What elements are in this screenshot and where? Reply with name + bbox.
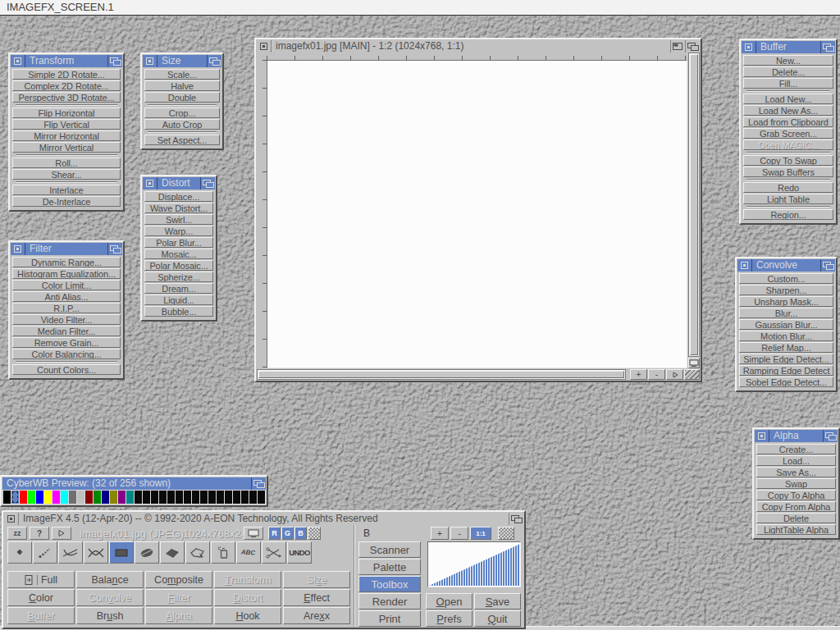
full-button[interactable]: Full bbox=[7, 571, 75, 588]
palette-button[interactable]: Grab Screen... bbox=[743, 128, 833, 139]
palette-button[interactable]: Fill... bbox=[743, 78, 833, 89]
size-button[interactable]: Size bbox=[283, 571, 350, 588]
palette-button[interactable]: Custom... bbox=[739, 273, 833, 284]
arexx-button[interactable]: Arexx bbox=[283, 607, 350, 624]
screen-mode-button[interactable] bbox=[244, 527, 263, 540]
color-swatch[interactable] bbox=[102, 491, 109, 504]
palette-button[interactable]: Sharpen... bbox=[739, 285, 833, 295]
palette-button[interactable]: Delete... bbox=[743, 66, 833, 77]
buffer-button[interactable]: Buffer bbox=[7, 607, 75, 624]
color-swatch[interactable] bbox=[3, 491, 11, 504]
balance-button[interactable]: Balance bbox=[76, 571, 144, 588]
palette-button[interactable]: Simple 2D Rotate... bbox=[12, 69, 121, 80]
palette-button[interactable]: Scale... bbox=[144, 69, 220, 80]
palette-button[interactable]: Simple Edge Detect... bbox=[739, 354, 833, 364]
depth-gadget[interactable] bbox=[509, 513, 523, 525]
palette-button[interactable]: Crop... bbox=[144, 107, 220, 118]
depth-gadget[interactable] bbox=[820, 259, 835, 272]
palette-button[interactable]: Motion Blur... bbox=[739, 331, 833, 341]
palette-button[interactable]: Auto Crop bbox=[144, 119, 220, 130]
color-swatch[interactable] bbox=[184, 491, 191, 504]
close-gadget[interactable] bbox=[143, 177, 158, 189]
color-swatch[interactable] bbox=[217, 491, 224, 504]
palette-button[interactable]: Copy To Alpha bbox=[756, 490, 836, 500]
palette-button[interactable]: Flip Horizontal bbox=[12, 107, 121, 118]
blue-channel-button[interactable]: B bbox=[294, 527, 307, 540]
palette-button[interactable]: LightTable Alpha bbox=[756, 524, 836, 535]
depth-gadget[interactable] bbox=[200, 177, 215, 189]
palette-button[interactable]: Roll... bbox=[12, 158, 121, 168]
palette-button[interactable]: Region... bbox=[743, 209, 833, 220]
hook-button[interactable]: Hook bbox=[214, 607, 281, 624]
freehand-tool-button[interactable] bbox=[185, 541, 210, 564]
palette-button[interactable]: Wave Distort... bbox=[144, 203, 213, 213]
palette-button[interactable]: Bubble... bbox=[144, 306, 213, 317]
palette-button[interactable]: Histogram Equalization... bbox=[12, 268, 121, 279]
color-swatch[interactable] bbox=[208, 491, 216, 504]
palette-button[interactable]: Swap Buffers bbox=[743, 167, 833, 177]
polygon-tool-button[interactable] bbox=[160, 541, 185, 564]
palette-button[interactable]: Save As... bbox=[756, 467, 836, 477]
color-swatch[interactable] bbox=[151, 491, 158, 504]
screen-mode-button[interactable] bbox=[688, 358, 700, 368]
palette-button[interactable]: Set Aspect... bbox=[144, 135, 220, 145]
palette-button[interactable]: Video Filter... bbox=[12, 314, 121, 325]
palette-button[interactable]: Gaussian Blur... bbox=[739, 319, 833, 330]
close-gadget[interactable] bbox=[11, 55, 25, 67]
depth-gadget[interactable] bbox=[685, 40, 700, 52]
play-button[interactable] bbox=[666, 369, 683, 380]
palette-button[interactable]: Dynamic Range... bbox=[12, 257, 121, 267]
save-button[interactable]: Save bbox=[474, 593, 521, 609]
color-swatch[interactable] bbox=[258, 491, 265, 504]
toolbox-button[interactable]: Toolbox bbox=[358, 576, 421, 592]
palette-button[interactable]: Color Balancing... bbox=[12, 349, 121, 359]
palette-button[interactable]: Blur... bbox=[739, 308, 833, 318]
zoom-reset-button[interactable]: 1:1 bbox=[470, 527, 491, 540]
image-window-titlebar[interactable]: imagefx01.jpg [MAIN] - 1:2 (1024x768, 1:… bbox=[257, 40, 700, 52]
palette-button[interactable]: Swap bbox=[756, 478, 836, 489]
color-swatch[interactable] bbox=[159, 491, 167, 504]
palette-button[interactable]: Mirror Horizontal bbox=[12, 130, 121, 141]
brush-button[interactable]: Brush bbox=[76, 607, 144, 624]
palette-button[interactable]: R.I.P... bbox=[12, 303, 121, 313]
palette-button[interactable]: Palette bbox=[358, 559, 421, 575]
palette-button[interactable]: Relief Map... bbox=[739, 342, 833, 353]
palette-button[interactable]: Swirl... bbox=[144, 214, 213, 225]
color-swatch[interactable] bbox=[52, 491, 60, 504]
color-swatch[interactable] bbox=[135, 491, 142, 504]
color-swatch[interactable] bbox=[249, 491, 257, 504]
vertical-scrollbar[interactable] bbox=[688, 52, 700, 357]
palette-button[interactable]: Copy To Swap bbox=[743, 155, 833, 166]
color-swatch[interactable] bbox=[85, 491, 93, 504]
palette-button[interactable]: Polar Blur... bbox=[144, 237, 213, 248]
zoom-in-button[interactable]: + bbox=[431, 527, 449, 540]
depth-gadget[interactable] bbox=[207, 55, 221, 67]
convolve-button[interactable]: Convolve bbox=[76, 589, 144, 606]
pattern-button[interactable] bbox=[498, 527, 514, 540]
close-gadget[interactable] bbox=[737, 259, 752, 272]
close-gadget[interactable] bbox=[755, 430, 769, 442]
point-tool-button[interactable] bbox=[7, 541, 32, 564]
ellipse-tool-button[interactable] bbox=[135, 541, 159, 564]
palette-button[interactable]: Anti Alias... bbox=[12, 291, 121, 302]
palette-button[interactable]: New... bbox=[743, 55, 833, 66]
depth-gadget[interactable] bbox=[823, 430, 838, 442]
play-button[interactable] bbox=[52, 527, 71, 540]
color-swatch[interactable] bbox=[192, 491, 199, 504]
filter-button[interactable]: Filter bbox=[145, 589, 212, 606]
close-gadget[interactable] bbox=[742, 41, 756, 53]
color-swatch[interactable] bbox=[118, 491, 126, 504]
palette-button[interactable]: Redo bbox=[743, 182, 833, 193]
color-swatch[interactable] bbox=[176, 491, 183, 504]
transform-button[interactable]: Transform bbox=[214, 571, 281, 588]
color-swatch[interactable] bbox=[225, 491, 232, 504]
color-swatch[interactable] bbox=[167, 491, 175, 504]
palette-button[interactable]: Mirror Vertical bbox=[12, 142, 121, 153]
palette-button[interactable]: Liquid... bbox=[144, 294, 213, 305]
palette-button[interactable]: Interlace bbox=[12, 185, 121, 195]
composite-button[interactable]: Composite bbox=[145, 571, 212, 588]
palette-button[interactable]: Spherize... bbox=[144, 272, 213, 282]
scissors-tool-button[interactable] bbox=[262, 541, 286, 564]
close-gadget[interactable] bbox=[143, 55, 158, 67]
palette-button[interactable]: Complex 2D Rotate... bbox=[12, 80, 121, 91]
